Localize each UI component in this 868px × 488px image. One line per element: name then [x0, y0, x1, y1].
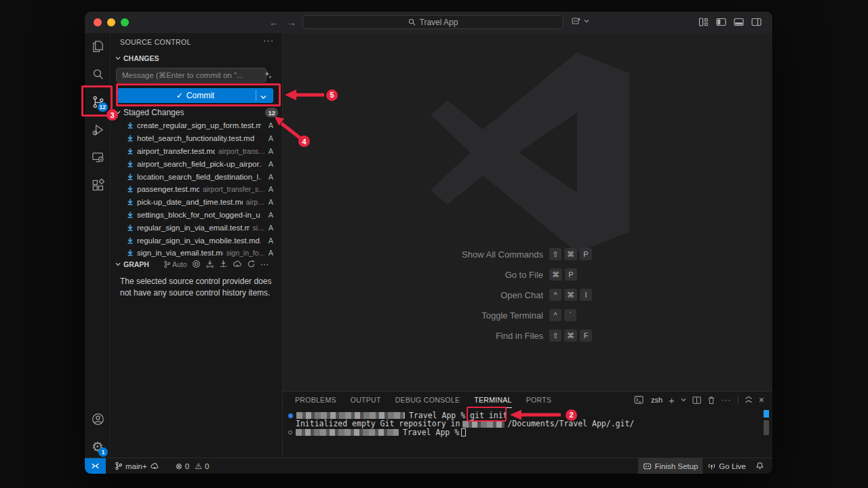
search-view-icon[interactable] [85, 61, 111, 87]
finish-setup-icon [643, 462, 652, 470]
graph-branch-auto[interactable]: Auto [163, 260, 187, 268]
key-cap: ^ [549, 289, 561, 301]
error-icon: ⊗ [176, 462, 182, 471]
status-badge: A [264, 134, 273, 142]
tab-ports[interactable]: PORTS [526, 392, 551, 408]
manage-gear-icon[interactable]: ⚙ 1 [85, 434, 111, 460]
annotation-box-commit-button [116, 83, 281, 106]
list-item[interactable]: airport_search_field_pick-up_airpor…A [111, 157, 283, 170]
markdown-file-icon [127, 135, 134, 142]
close-window-button[interactable] [94, 18, 102, 26]
problems-status-item[interactable]: ⊗ 0 ⚠ 0 [171, 458, 214, 474]
staged-changes-header[interactable]: Staged Changes 12 [115, 108, 278, 117]
markdown-file-icon [127, 224, 134, 231]
terminal-profile-chevron-icon[interactable] [681, 398, 686, 402]
maximize-window-button[interactable] [121, 18, 129, 26]
pull-icon[interactable] [219, 260, 228, 268]
annotation-box-git-init [467, 407, 507, 422]
forward-icon[interactable]: → [287, 17, 296, 28]
graph-label: GRAPH [123, 260, 149, 268]
markdown-file-icon [127, 199, 134, 205]
list-item[interactable]: sign_in_via_email.test.mdsign_in_fo…A [111, 247, 283, 260]
tab-terminal[interactable]: TERMINAL [474, 392, 512, 408]
minimize-window-button[interactable] [107, 18, 115, 26]
terminal-content[interactable]: Travel App % git init Initialized empty … [288, 411, 760, 436]
panel-more-actions[interactable]: ··· [722, 395, 732, 405]
status-bar-right: Finish Setup Go Live [638, 458, 772, 474]
remote-explorer-icon[interactable] [85, 144, 111, 170]
list-item[interactable]: airport_transfer.test.mdairport_trans…A [111, 145, 283, 158]
toggle-panel-icon[interactable] [734, 17, 744, 27]
tab-problems[interactable]: PROBLEMS [295, 392, 336, 408]
list-item[interactable]: location_search_field_destination_l…A [111, 170, 283, 183]
new-terminal-button[interactable]: + [669, 394, 675, 406]
accounts-icon[interactable] [85, 406, 111, 432]
list-item[interactable]: passenger.test.mdairport_transfer_s…A [111, 183, 283, 196]
key-cap: P [565, 268, 577, 281]
customize-layout-icon[interactable] [698, 17, 709, 27]
markdown-file-icon [127, 186, 134, 192]
key-cap: ⇧ [549, 329, 561, 342]
split-terminal-icon[interactable] [692, 396, 701, 405]
list-item[interactable]: hotel_search_functionality.test.mdA [111, 132, 283, 145]
key-cap: ⌘ [564, 289, 577, 301]
graph-more-actions[interactable]: ··· [260, 259, 269, 269]
terminal-icon [634, 395, 644, 405]
search-icon [408, 18, 416, 26]
tab-debug-console[interactable]: DEBUG CONSOLE [395, 392, 460, 408]
markdown-file-icon [127, 148, 134, 155]
markdown-file-icon [127, 249, 134, 256]
list-item[interactable]: regular_sign_in_via_email.test.mdsi…A [111, 221, 283, 234]
target-icon[interactable] [192, 260, 201, 268]
status-badge: A [264, 249, 273, 257]
explorer-icon[interactable] [85, 33, 111, 59]
fetch-icon[interactable] [205, 260, 214, 268]
terminal-scrollbar-thumb[interactable] [764, 420, 769, 435]
changes-section-header[interactable]: CHANGES [115, 54, 159, 62]
markdown-file-icon [127, 161, 134, 167]
key-cap: ⌘ [564, 329, 577, 342]
status-badge: A [264, 198, 273, 206]
list-item[interactable]: pick-up_date_and_time.test.mdairp…A [111, 196, 283, 209]
refresh-icon[interactable] [247, 260, 256, 268]
window-controls [94, 18, 129, 26]
notifications-bell[interactable] [751, 458, 772, 474]
shortcut-row: Show All Commands ⇧⌘P [283, 247, 772, 261]
maximize-panel-icon[interactable] [745, 396, 753, 404]
go-live-button[interactable]: Go Live [703, 458, 751, 474]
list-item[interactable]: create_regular_sign_up_form.test.mdA [111, 119, 283, 132]
extensions-icon[interactable] [85, 172, 111, 198]
key-cap: ⌘ [564, 248, 577, 260]
workspace-title: Travel App [420, 18, 458, 27]
kill-terminal-trash-icon[interactable] [707, 396, 715, 405]
command-success-indicator [288, 413, 293, 418]
manage-badge: 1 [98, 447, 108, 457]
graph-section-header[interactable]: GRAPH Auto ··· [115, 259, 278, 269]
branch-icon [115, 462, 123, 470]
desktop-background: ← → Travel App [0, 0, 868, 488]
redacted-hostname [296, 412, 405, 419]
cloud-icon[interactable] [233, 260, 242, 268]
tab-output[interactable]: OUTPUT [351, 392, 381, 408]
back-icon[interactable]: ← [269, 17, 279, 28]
list-item[interactable]: settings_block_for_not_logged-in_u…A [111, 209, 283, 222]
toggle-secondary-sidebar-icon[interactable] [751, 17, 762, 27]
branch-status-item[interactable]: main+ [110, 458, 164, 474]
sidebar-more-actions[interactable]: ··· [263, 35, 274, 45]
command-center-search[interactable]: Travel App [302, 15, 564, 29]
generate-commit-message-icon[interactable] [264, 70, 273, 81]
terminal-overview-mark [764, 410, 769, 418]
status-badge: A [264, 224, 273, 232]
graph-empty-message: The selected source control provider doe… [120, 276, 272, 300]
close-panel-button[interactable]: × [759, 394, 764, 405]
commit-message-input[interactable] [116, 68, 267, 83]
run-debug-icon[interactable] [85, 117, 111, 142]
list-item[interactable]: regular_sign_in_via_mobile.test.md…A [111, 234, 283, 247]
toggle-sidebar-icon[interactable] [716, 17, 726, 27]
annotation-step-badge: 5 [326, 89, 338, 101]
key-cap: I [580, 289, 592, 301]
finish-setup-button[interactable]: Finish Setup [638, 458, 703, 474]
remote-indicator[interactable] [85, 458, 106, 474]
copilot-menu[interactable] [571, 16, 589, 26]
copilot-icon [571, 16, 582, 26]
